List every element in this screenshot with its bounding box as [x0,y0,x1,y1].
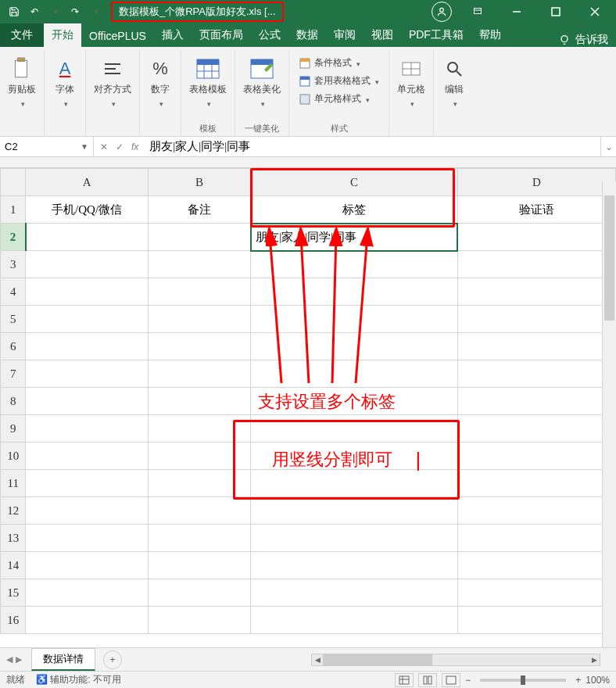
cell[interactable] [251,251,458,278]
col-header-b[interactable]: B [148,169,250,196]
cell[interactable] [457,278,615,306]
tab-insert[interactable]: 插入 [154,23,192,47]
cell[interactable] [251,470,458,497]
cell[interactable] [457,579,615,607]
cell[interactable] [148,607,250,634]
cell[interactable] [26,415,149,443]
cell[interactable] [251,278,458,306]
sheet-tab-active[interactable]: 数据详情 [31,648,95,671]
cell[interactable] [148,224,250,251]
zoom-slider[interactable] [480,679,566,682]
tab-officeplus[interactable]: OfficePLUS [81,25,154,47]
table-beautify-button[interactable]: 表格美化 [243,52,281,109]
cell[interactable] [457,306,615,333]
ribbon-display-button[interactable] [460,0,496,23]
row-header[interactable]: 10 [1,443,26,470]
cell[interactable] [457,224,615,251]
cell[interactable] [26,388,149,415]
col-header-d[interactable]: D [457,169,615,196]
name-box-dropdown[interactable]: ▼ [81,142,88,151]
row-header[interactable]: 5 [1,306,26,333]
tab-data[interactable]: 数据 [288,23,326,47]
tab-file[interactable]: 文件 [0,23,44,47]
conditional-format-button[interactable]: 条件格式 [297,55,381,71]
row-header[interactable]: 11 [1,470,26,497]
tab-formulas[interactable]: 公式 [251,23,288,47]
cell[interactable] [148,306,250,333]
cells-button[interactable]: 单元格 [397,52,425,109]
cell-a1[interactable]: 手机/QQ/微信 [26,196,149,224]
sheet-nav-prev[interactable]: ◀ [6,654,13,665]
cell[interactable] [148,525,250,552]
cell[interactable] [26,278,149,306]
row-header[interactable]: 2 [1,224,26,251]
cell[interactable] [251,360,458,388]
close-button[interactable] [577,0,613,23]
formula-input[interactable] [145,138,600,155]
cell[interactable] [26,607,149,634]
row-header[interactable]: 1 [1,196,26,224]
cell[interactable] [148,497,250,525]
cell[interactable] [26,224,149,251]
cell-b1[interactable]: 备注 [148,196,250,224]
tellme-label[interactable]: 告诉我 [575,33,608,47]
cell[interactable] [148,552,250,579]
editing-button[interactable]: 编辑 [442,52,467,109]
vertical-scroll-thumb[interactable] [604,195,614,321]
tab-home[interactable]: 开始 [44,23,81,47]
cell[interactable] [26,497,149,525]
zoom-out-button[interactable]: − [465,675,471,686]
maximize-button[interactable] [538,0,574,23]
select-all-corner[interactable] [1,169,26,196]
row-header[interactable]: 8 [1,388,26,415]
redo-button[interactable]: ↷ [66,2,84,21]
cell[interactable] [457,525,615,552]
cell-c2-selected[interactable]: 朋友|家人|同学|同事 [251,224,458,251]
cell[interactable] [148,278,250,306]
tab-pdftool[interactable]: PDF工具箱 [401,23,471,47]
cell-style-button[interactable]: 单元格样式 [297,91,381,107]
fx-button[interactable]: fx [131,142,138,152]
number-button[interactable]: % 数字 [148,52,173,109]
vertical-scrollbar[interactable] [602,181,616,647]
row-header[interactable]: 15 [1,579,26,607]
cell[interactable] [26,525,149,552]
save-button[interactable] [5,2,23,21]
table-format-button[interactable]: 套用表格格式 [297,73,381,89]
cell[interactable] [26,579,149,607]
tab-help[interactable]: 帮助 [471,23,509,47]
cell[interactable] [26,470,149,497]
cell[interactable] [251,497,458,525]
cell[interactable] [251,333,458,360]
worksheet-grid[interactable]: A B C D 1 手机/QQ/微信 备注 标签 验证语 2 朋友|家人|同学|… [0,168,616,634]
name-box[interactable]: ▼ [0,137,94,156]
cell[interactable] [148,415,250,443]
tab-view[interactable]: 视图 [364,23,401,47]
cell[interactable] [457,607,615,634]
cell[interactable] [457,443,615,470]
zoom-level[interactable]: 100% [586,675,610,686]
cell[interactable] [457,388,615,415]
cell[interactable] [148,360,250,388]
cell-c1[interactable]: 标签 [251,196,458,224]
view-pagelayout-button[interactable] [418,673,437,687]
customize-qat[interactable] [86,2,105,21]
cell[interactable] [148,388,250,415]
hscroll-right[interactable]: ▶ [589,654,600,665]
view-normal-button[interactable] [395,673,414,687]
cell[interactable] [148,579,250,607]
zoom-in-button[interactable]: + [575,675,581,686]
row-header[interactable]: 14 [1,552,26,579]
cell[interactable] [148,333,250,360]
tab-review[interactable]: 审阅 [326,23,364,47]
cell[interactable] [148,251,250,278]
row-header[interactable]: 9 [1,415,26,443]
row-header[interactable]: 12 [1,497,26,525]
sheet-nav-next[interactable]: ▶ [16,654,22,665]
row-header[interactable]: 16 [1,607,26,634]
cell[interactable] [26,443,149,470]
horizontal-scrollbar[interactable]: ◀ ▶ [311,654,600,666]
row-header[interactable]: 13 [1,525,26,552]
cell[interactable] [251,443,458,470]
cell[interactable] [457,251,615,278]
